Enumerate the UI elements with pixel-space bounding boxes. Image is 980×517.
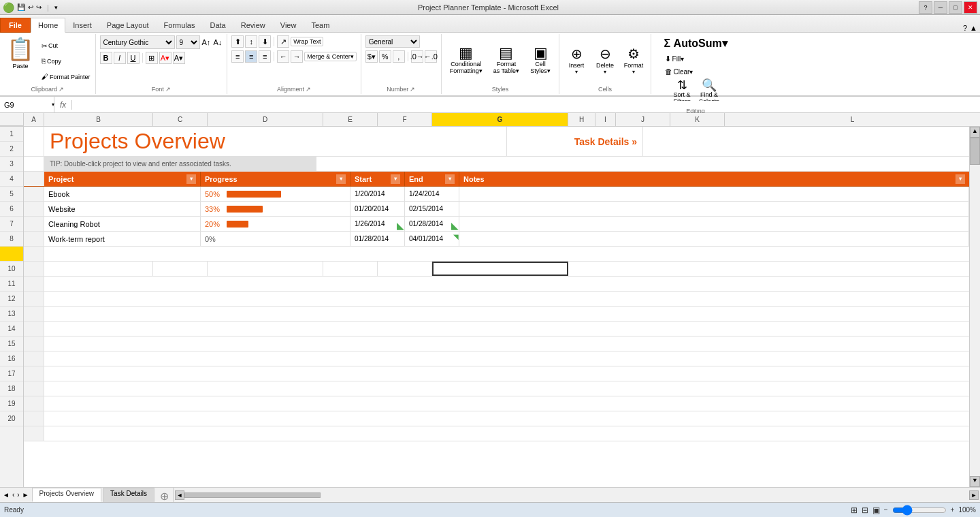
tab-formulas[interactable]: Formulas	[157, 18, 203, 33]
cell-progress-robot[interactable]: 20%	[201, 217, 350, 231]
undo-icon[interactable]: ↩	[28, 3, 33, 11]
progress-filter-icon[interactable]: ▾	[336, 174, 346, 184]
format-painter-button[interactable]: 🖌 Format Painter	[39, 72, 93, 81]
insert-button[interactable]: ⊕ Insert ▾	[564, 44, 589, 77]
clear-button[interactable]: 🗑 Clear▾	[663, 67, 696, 76]
start-filter-icon[interactable]: ▾	[391, 174, 400, 184]
col-header-j[interactable]: J	[616, 113, 670, 126]
cell-styles-button[interactable]: ▣ CellStyles▾	[526, 44, 555, 76]
increase-indent-button[interactable]: →	[291, 50, 303, 63]
align-top-button[interactable]: ⬆	[231, 35, 244, 48]
font-expand-icon[interactable]: ↗	[165, 86, 171, 93]
view-normal-icon[interactable]: ⊞	[851, 505, 858, 515]
cut-button[interactable]: ✂ Cut	[39, 42, 93, 50]
zoom-in-icon[interactable]: +	[951, 506, 955, 514]
decrease-decimal-button[interactable]: ←.0	[425, 50, 437, 63]
save-icon[interactable]: 💾	[17, 3, 25, 11]
minimize-button[interactable]: ─	[934, 1, 947, 14]
window-controls[interactable]: ? ─ □ ✕	[919, 1, 977, 14]
view-page-icon[interactable]: ⊟	[862, 505, 868, 515]
next-sheet-one-icon[interactable]: ›	[16, 490, 20, 500]
align-left-button[interactable]: ≡	[231, 50, 244, 63]
scroll-thumb[interactable]	[970, 138, 980, 165]
percent-button[interactable]: %	[379, 50, 391, 63]
tab-home[interactable]: Home	[31, 18, 65, 33]
row-num-8[interactable]: 8	[0, 232, 23, 247]
cell-c9[interactable]	[153, 262, 208, 276]
col-header-a[interactable]: A	[24, 113, 44, 126]
col-header-c[interactable]: C	[153, 113, 208, 126]
currency-button[interactable]: $▾	[365, 50, 378, 63]
fill-button[interactable]: ⬇ Fill▾	[663, 54, 687, 64]
number-format-select[interactable]: General	[365, 35, 420, 48]
cell-e9[interactable]	[323, 262, 378, 276]
next-sheet-icon[interactable]: ►	[21, 490, 31, 500]
decrease-font-icon[interactable]: A↓	[212, 37, 223, 47]
redo-icon[interactable]: ↪	[36, 3, 42, 11]
row-num-16[interactable]: 16	[0, 351, 23, 366]
col-header-h[interactable]: H	[568, 113, 595, 126]
project-filter-icon[interactable]: ▾	[186, 174, 196, 184]
clipboard-expand-icon[interactable]: ↗	[59, 86, 64, 93]
cell-end-robot[interactable]: 01/28/2014 ◣	[405, 217, 459, 231]
cell-a4[interactable]	[24, 187, 44, 201]
zoom-slider[interactable]	[892, 505, 947, 516]
fill-color-button[interactable]: A▾	[159, 52, 172, 64]
cell-progress-website[interactable]: 33%	[201, 202, 350, 216]
tab-view[interactable]: View	[273, 18, 304, 33]
notes-filter-icon[interactable]: ▾	[956, 174, 965, 184]
ribbon-help-icon[interactable]: ?	[963, 24, 967, 32]
cell-ref-input[interactable]	[4, 101, 52, 109]
col-header-k[interactable]: K	[670, 113, 725, 126]
zoom-out-icon[interactable]: −	[884, 506, 888, 514]
restore-button[interactable]: □	[949, 1, 962, 14]
row-num-2[interactable]: 2	[0, 142, 23, 157]
cell-start-workterm[interactable]: 01/28/2014	[350, 232, 405, 246]
tab-page-layout[interactable]: Page Layout	[99, 18, 157, 33]
scroll-left-button[interactable]: ◄	[175, 490, 184, 500]
border-button[interactable]: ⊞	[146, 52, 158, 64]
prev-sheet-icon[interactable]: ◄	[1, 490, 11, 500]
cell-a3[interactable]	[24, 172, 44, 186]
cell-end-ebook[interactable]: 1/24/2014	[405, 187, 459, 201]
cell-g1[interactable]: Task Details »	[507, 127, 643, 156]
col-header-e[interactable]: E	[323, 113, 378, 126]
header-start[interactable]: Start ▾	[350, 172, 405, 186]
alignment-expand-icon[interactable]: ↗	[306, 86, 311, 93]
font-family-select[interactable]: Century Gothic	[100, 35, 175, 49]
increase-decimal-button[interactable]: .0→	[411, 50, 423, 63]
increase-font-icon[interactable]: A↑	[201, 37, 212, 47]
cell-a2[interactable]	[24, 157, 44, 171]
col-header-g[interactable]: G	[432, 113, 568, 126]
end-filter-icon[interactable]: ▾	[445, 174, 455, 184]
italic-button[interactable]: I	[114, 52, 126, 64]
row-num-10[interactable]: 10	[0, 262, 23, 277]
cell-project-workterm[interactable]: Work-term report	[44, 232, 201, 246]
cell-start-robot[interactable]: 1/26/2014 ◣	[350, 217, 405, 231]
row-num-7[interactable]: 7	[0, 217, 23, 232]
row-num-6[interactable]: 6	[0, 202, 23, 217]
cell-notes-robot[interactable]	[459, 217, 969, 231]
cell-b2-tip[interactable]: TIP: Double-click project to view and en…	[44, 157, 316, 171]
scroll-h-thumb[interactable]	[184, 492, 321, 498]
align-center-button[interactable]: ≡	[245, 50, 257, 63]
scroll-up-button[interactable]: ▲	[970, 127, 980, 138]
decrease-indent-button[interactable]: ←	[277, 50, 289, 63]
cell-g9-selected[interactable]	[432, 262, 568, 276]
cell-notes-ebook[interactable]	[459, 187, 969, 201]
autosum-button[interactable]: Σ AutoSum▾	[663, 35, 729, 51]
cell-project-robot[interactable]: Cleaning Robot	[44, 217, 201, 231]
close-button[interactable]: ✕	[964, 1, 977, 14]
merge-center-button[interactable]: Merge & Center▾	[304, 52, 357, 61]
vertical-scrollbar[interactable]: ▲ ▼	[969, 127, 980, 487]
cell-project-ebook[interactable]: Ebook	[44, 187, 201, 201]
row-num-3[interactable]: 3	[0, 157, 23, 172]
cell-d9[interactable]	[208, 262, 323, 276]
cell-b1-merged[interactable]: Projects Overview	[44, 127, 507, 156]
font-size-select[interactable]: 9	[176, 35, 200, 49]
delete-button[interactable]: ⊖ Delete ▾	[592, 44, 618, 77]
cell-a5[interactable]	[24, 202, 44, 216]
row-num-1[interactable]: 1	[0, 127, 23, 142]
row-num-11[interactable]: 11	[0, 277, 23, 292]
format-button[interactable]: ⚙ Format ▾	[621, 44, 647, 77]
